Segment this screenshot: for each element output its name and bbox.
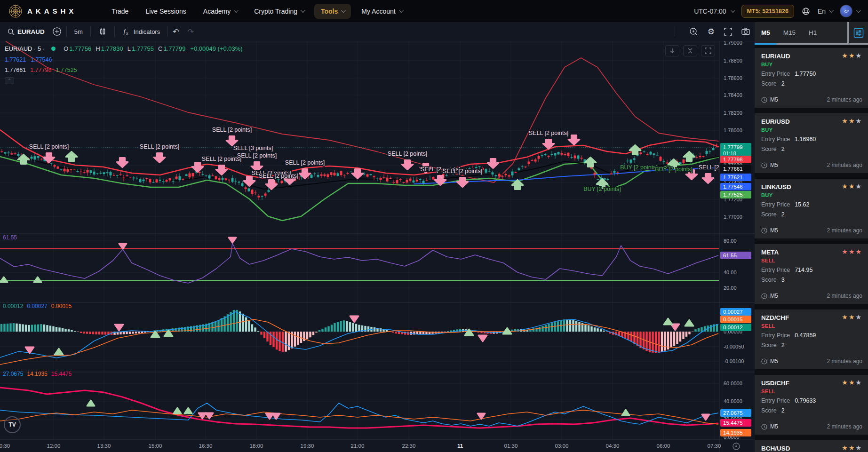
search-icon (8, 28, 15, 35)
time-label: 19:30 (301, 443, 314, 449)
pane-maximize-button[interactable] (701, 45, 715, 56)
signal-stars: ★★★ (842, 182, 862, 190)
tab-m15[interactable]: M15 (777, 22, 802, 43)
star-icon: ★ (855, 379, 862, 386)
signal-stars: ★★★ (842, 52, 862, 59)
price-scale: 1.790001.788001.786001.784001.782001.780… (720, 41, 751, 440)
price-tag: 0.00027 (723, 309, 743, 315)
avatar[interactable] (840, 5, 852, 17)
signal-side: SELL (761, 389, 861, 394)
nav-item-live-sessions[interactable]: Live Sessions (139, 4, 192, 19)
chart-canvas[interactable]: SELL [2 points]SELL [2 points]SELL [2 po… (0, 41, 755, 452)
score-label: Score (761, 211, 777, 218)
signal-time-ago: 2 minutes ago (827, 423, 862, 430)
entry-price-value: 0.79633 (795, 397, 816, 404)
time-axis-settings-icon[interactable] (733, 443, 740, 450)
price-tag: 1.77661 (723, 166, 743, 172)
brand[interactable]: AKASHX (8, 4, 77, 18)
fullscreen-icon[interactable] (724, 28, 732, 36)
translate-icon[interactable] (802, 7, 810, 16)
nav-item-tools[interactable]: Tools (314, 4, 351, 19)
sell-signal-label: SELL [2 points] (212, 127, 252, 133)
tab-m5[interactable]: M5 (755, 22, 777, 43)
time-label: 03:00 (555, 443, 569, 449)
chart-style-button[interactable] (96, 25, 110, 38)
scale-label: -0.00100 (724, 358, 744, 364)
add-symbol-icon[interactable] (52, 27, 62, 36)
signal-card[interactable]: EUR/USD★★★BUYEntry Price1.16960Score2M52… (755, 113, 868, 173)
chart-svg[interactable]: SELL [2 points]SELL [2 points]SELL [2 po… (0, 41, 755, 452)
signal-stars: ★★★ (842, 444, 862, 452)
redo-button[interactable]: ↷ (188, 27, 194, 36)
sell-signal-label: SELL [2 points] (202, 156, 241, 162)
signal-card[interactable]: USD/CHF★★★SELLEntry Price0.79633Score2M5… (755, 375, 868, 435)
signal-card[interactable]: BCH/USD★★★ (755, 440, 868, 452)
language-selector[interactable]: En (818, 8, 832, 15)
legend-collapse-button[interactable]: ⌃ (5, 77, 14, 84)
signal-card[interactable]: META★★★SELLEntry Price714.95Score3M52 mi… (755, 244, 868, 304)
signal-card[interactable]: NZD/CHF★★★SELLEntry Price0.47859Score2M5… (755, 309, 868, 369)
entry-price-label: Entry Price (761, 71, 790, 77)
entry-price-value: 1.16960 (795, 136, 816, 143)
scale-label: 60.0000 (724, 381, 742, 386)
svg-text:ƒ: ƒ (123, 28, 126, 35)
price-tag: 0.00012 (723, 325, 743, 330)
buy-signal-label: BUY [2 points] (620, 164, 658, 171)
mt5-account-badge[interactable]: MT5: 52151826 (741, 5, 794, 18)
score-value: 2 (781, 146, 785, 152)
nav-item-trade[interactable]: Trade (105, 4, 135, 19)
interval-button[interactable]: 5m (72, 26, 86, 37)
tradingview-logo[interactable]: TV (4, 416, 21, 433)
undo-button[interactable]: ↶ (173, 27, 179, 36)
brand-name: AKASHX (27, 7, 77, 15)
star-icon: ★ (849, 52, 856, 59)
signal-card[interactable]: EUR/AUD★★★BUYEntry Price1.77750Score2M52… (755, 48, 868, 108)
nav-item-crypto-trading[interactable]: Crypto Trading (247, 4, 311, 19)
price-tag: 15.4475 (723, 420, 743, 426)
gear-icon[interactable]: ⚙ (708, 27, 715, 37)
time-label: 21:00 (351, 443, 365, 449)
camera-icon[interactable] (741, 28, 750, 35)
entry-price-label: Entry Price (761, 201, 790, 208)
chevron-down-icon[interactable] (856, 8, 861, 13)
buy-signal-label: BUY [2 points] (583, 186, 621, 192)
time-label: 06:00 (657, 443, 670, 449)
pane-move-down-button[interactable] (665, 45, 679, 56)
symbol-search-button[interactable]: EURAUD (5, 26, 48, 37)
signal-time-ago: 2 minutes ago (827, 293, 862, 299)
scale-label: 1.78600 (724, 75, 742, 81)
svg-text:x: x (126, 31, 128, 35)
tab-h1[interactable]: H1 (802, 22, 823, 43)
chart-toolbar: EURAUD 5m ƒ x (0, 22, 755, 41)
nav-item-my-account[interactable]: My Account (355, 4, 408, 19)
macd-pane (0, 310, 718, 365)
pane-collapse-button[interactable] (683, 45, 697, 56)
scale-label: 1.77000 (724, 214, 742, 220)
signal-stars: ★★★ (842, 248, 862, 255)
signal-stars: ★★★ (842, 313, 862, 321)
signal-card[interactable]: LINK/USD★★★BUYEntry Price15.62Score2M52 … (755, 179, 868, 238)
scale-label: 1.78200 (724, 110, 742, 116)
timeframe-tabs: M5 M15 H1 (755, 22, 868, 45)
time-axis: 0:3012:0013:3015:0016:3018:0019:3021:002… (0, 443, 740, 450)
timezone-selector[interactable]: UTC-07:00 (694, 8, 733, 15)
signal-filter-button[interactable] (849, 28, 868, 38)
indicators-button[interactable]: ƒ x Indicators (119, 26, 163, 37)
time-label: 15:00 (149, 443, 162, 449)
star-icon: ★ (849, 379, 856, 386)
scale-label: 40.00 (724, 270, 737, 275)
grid-layer (0, 41, 719, 440)
score-value: 2 (781, 211, 785, 218)
score-value: 3 (781, 277, 785, 283)
akashx-logo-icon (8, 4, 23, 18)
scale-label: 1.78400 (724, 92, 742, 98)
stoch-main-line (0, 388, 718, 428)
time-label: 13:30 (97, 443, 111, 449)
entry-price-label: Entry Price (761, 267, 790, 273)
sell-signal-label: SELL [2 points] (140, 143, 179, 150)
alert-icon[interactable] (689, 27, 698, 36)
price-tag: 0.00015 (723, 317, 743, 322)
signal-cards-list[interactable]: EUR/AUD★★★BUYEntry Price1.77750Score2M52… (755, 45, 868, 452)
nav-item-academy[interactable]: Academy (197, 4, 244, 19)
star-icon: ★ (842, 444, 849, 452)
